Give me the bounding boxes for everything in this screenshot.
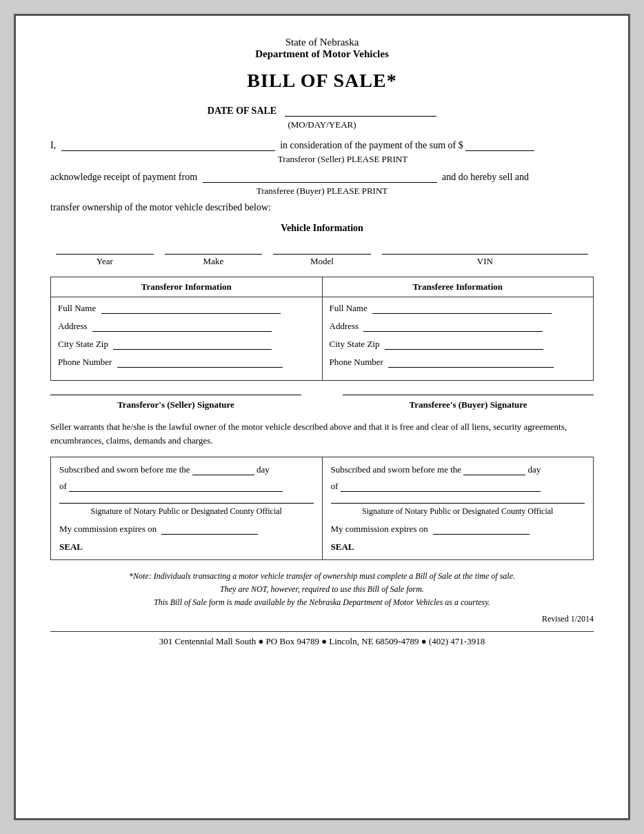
transferee-sig-block: Transferee's (Buyer) Signature — [343, 395, 594, 410]
seller-label: Transferor (Seller) PLEASE PRINT — [92, 154, 594, 165]
revised-label: Revised 1/2014 — [50, 614, 594, 624]
transferee-phone-line[interactable] — [388, 367, 554, 368]
page-title: BILL OF SALE* — [50, 70, 594, 92]
warranty-text: Seller warrants that he/she is the lawfu… — [50, 420, 594, 447]
notary-left: Subscribed and sworn before me the day o… — [51, 457, 323, 560]
subscribed-day-line-right[interactable] — [463, 475, 525, 475]
subscribed-day-line-left[interactable] — [192, 475, 254, 475]
transferor-prefix: I, — [50, 140, 56, 150]
notary-subscribed-left: Subscribed and sworn before me the day — [59, 464, 314, 475]
buyer-row: acknowledge receipt of payment from and … — [50, 172, 594, 183]
notary-sig-line-right[interactable] — [331, 503, 585, 504]
model-label: Model — [268, 256, 376, 267]
transferor-city-field: City State Zip — [58, 339, 315, 350]
price-line[interactable] — [465, 150, 534, 151]
dept-title: Department of Motor Vehicles — [50, 48, 594, 60]
transfer-text: transfer ownership of the motor vehicle … — [50, 202, 594, 213]
transferee-address-line[interactable] — [363, 331, 543, 332]
year-input-line[interactable] — [56, 242, 154, 255]
transferor-details: Full Name Address City State Zip Phone N… — [51, 297, 323, 381]
info-table: Transferor Information Transferee Inform… — [50, 277, 594, 381]
footer-address: 301 Centennial Mall South ● PO Box 94789… — [50, 636, 594, 647]
transferor-row: I, in consideration of the payment of th… — [50, 140, 594, 151]
transferor-phone-line[interactable] — [117, 367, 283, 368]
seal-left: SEAL — [59, 542, 314, 553]
transferor-fullname-label: Full Name — [58, 303, 96, 313]
vin-field: VIN — [376, 242, 594, 267]
commission-prefix-right: My commission expires on — [331, 524, 428, 534]
transferee-city-field: City State Zip — [330, 339, 587, 350]
transferor-phone-field: Phone Number — [58, 357, 315, 368]
transferee-fullname-line[interactable] — [372, 313, 552, 314]
transferee-phone-field: Phone Number — [330, 357, 587, 368]
transferee-fullname-label: Full Name — [330, 303, 368, 313]
transferee-fullname-field: Full Name — [330, 303, 587, 314]
transferee-phone-label: Phone Number — [330, 357, 383, 367]
of-prefix-left: of — [59, 481, 67, 491]
signature-section: Transferor's (Seller) Signature Transfer… — [50, 395, 594, 410]
buyer-prefix: acknowledge receipt of payment from — [50, 172, 197, 182]
note-line1: *Note: Individuals transacting a motor v… — [50, 570, 594, 583]
note-section: *Note: Individuals transacting a motor v… — [50, 570, 594, 610]
commission-line-right[interactable] — [433, 534, 530, 535]
date-label: DATE OF SALE — [208, 106, 276, 116]
transferor-fullname-field: Full Name — [58, 303, 315, 314]
make-input-line[interactable] — [165, 242, 263, 255]
subscribed-suffix-left: day — [256, 464, 270, 475]
transferor-sig-line[interactable] — [50, 395, 301, 395]
transferor-fullname-line[interactable] — [101, 313, 281, 314]
of-line-right[interactable] — [341, 491, 541, 492]
vin-label: VIN — [376, 256, 594, 267]
transferee-sig-label: Transferee's (Buyer) Signature — [343, 399, 594, 410]
date-input-line[interactable] — [285, 116, 436, 117]
transferor-sig-block: Transferor's (Seller) Signature — [50, 395, 301, 410]
notary-of-right: of — [331, 481, 585, 492]
commission-prefix-left: My commission expires on — [59, 524, 157, 534]
transferor-sig-label: Transferor's (Seller) Signature — [50, 399, 301, 410]
commission-row-left: My commission expires on — [59, 524, 314, 535]
notary-sig-line-left[interactable] — [59, 503, 314, 504]
commission-row-right: My commission expires on — [331, 524, 585, 535]
state-title: State of Nebraska — [50, 37, 594, 48]
year-field: Year — [50, 242, 159, 267]
of-line-left[interactable] — [69, 491, 283, 492]
buyer-suffix: and do hereby sell and — [442, 172, 529, 182]
model-input-line[interactable] — [273, 242, 371, 255]
transferee-details: Full Name Address City State Zip Phone N… — [322, 297, 594, 381]
notary-sig-label-left: Signature of Notary Public or Designated… — [59, 506, 314, 517]
bill-of-sale-page: State of Nebraska Department of Motor Ve… — [14, 14, 630, 820]
transferor-address-field: Address — [58, 321, 315, 332]
vehicle-info-title: Vehicle Information — [50, 223, 594, 234]
transferor-address-line[interactable] — [92, 331, 272, 332]
make-field: Make — [159, 242, 268, 267]
buyer-label: Transferee (Buyer) PLEASE PRINT — [50, 186, 594, 197]
transferor-info-header: Transferor Information — [51, 277, 323, 297]
notary-subscribed-right: Subscribed and sworn before me the day — [331, 464, 585, 475]
mo-day-year-label: (MO/DAY/YEAR) — [50, 119, 594, 130]
commission-line-left[interactable] — [161, 534, 258, 535]
of-prefix-right: of — [331, 481, 339, 491]
footer-divider — [50, 631, 594, 632]
notary-sig-label-right: Signature of Notary Public or Designated… — [331, 506, 585, 517]
transferor-suffix: in consideration of the payment of the s… — [280, 140, 463, 150]
subscribed-suffix-right: day — [528, 464, 541, 475]
transferee-sig-line[interactable] — [343, 395, 594, 395]
transferee-city-line[interactable] — [385, 349, 543, 350]
buyer-name-line[interactable] — [203, 182, 437, 183]
note-line3: This Bill of Sale form is made available… — [50, 596, 594, 609]
vehicle-fields: Year Make Model VIN — [50, 242, 594, 267]
subscribed-prefix-right: Subscribed and sworn before me the — [331, 464, 462, 475]
date-of-sale-row: DATE OF SALE — [50, 104, 594, 117]
vin-input-line[interactable] — [382, 242, 588, 255]
transferor-city-label: City State Zip — [58, 339, 108, 349]
subscribed-prefix-left: Subscribed and sworn before me the — [59, 464, 190, 475]
year-label: Year — [50, 256, 159, 267]
make-label: Make — [159, 256, 268, 267]
seal-right: SEAL — [331, 542, 585, 553]
transferor-phone-label: Phone Number — [58, 357, 112, 367]
transferor-city-line[interactable] — [113, 349, 272, 350]
transferee-address-label: Address — [330, 321, 359, 331]
transferor-name-line[interactable] — [61, 150, 275, 151]
transferee-info-header: Transferee Information — [322, 277, 594, 297]
note-line2: They are NOT, however, required to use t… — [50, 583, 594, 596]
